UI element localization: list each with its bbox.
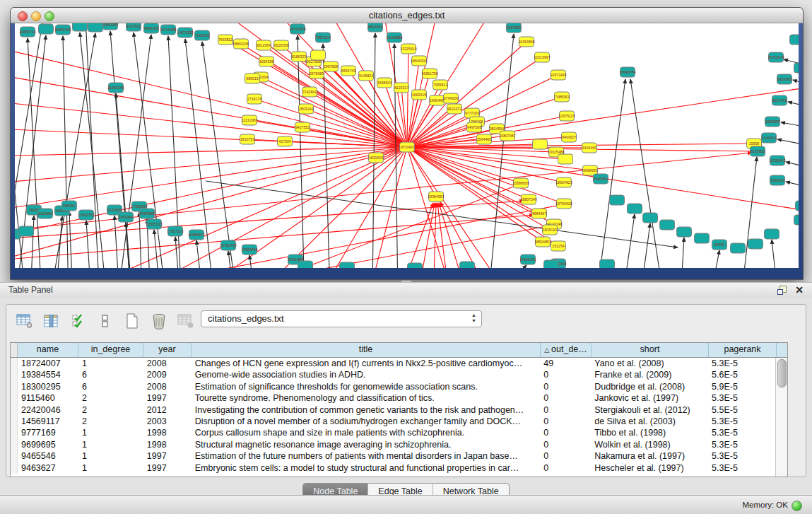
graph-node[interactable]: 1640954 (594, 174, 608, 184)
graph-node[interactable]: 16154808 (518, 37, 534, 47)
graph-node[interactable]: 8215955 (751, 146, 765, 156)
column-header-name[interactable]: name (18, 343, 78, 357)
graph-node[interactable] (340, 262, 355, 268)
graph-edge[interactable] (640, 223, 650, 268)
table-row[interactable]: 946362711997Embryonic stem cells: a mode… (11, 462, 776, 474)
graph-node[interactable]: 14671355 (177, 28, 193, 37)
graph-node[interactable] (796, 201, 799, 211)
graph-edge[interactable] (777, 139, 799, 148)
table-row[interactable]: 1872400712008Changes of HCN gene express… (11, 358, 776, 369)
row-height-icon[interactable] (94, 310, 117, 332)
graph-node[interactable]: 7857224 (316, 33, 331, 42)
graph-node[interactable]: 9397588 (140, 209, 155, 218)
graph-edge[interactable] (298, 35, 305, 268)
graph-node[interactable] (794, 215, 799, 225)
table-options-icon[interactable] (13, 310, 36, 332)
column-header-pagerank[interactable]: pagerank (709, 343, 777, 357)
table-row[interactable]: 1938455462009Genome-wide association stu… (11, 369, 776, 380)
graph-node[interactable]: 1810753 (240, 134, 255, 144)
graph-node[interactable]: 1872400 (400, 142, 415, 152)
graph-node[interactable]: 7515526 (195, 30, 210, 40)
graph-node[interactable] (19, 226, 34, 236)
graph-edge[interactable] (154, 230, 160, 268)
graph-node[interactable] (790, 35, 799, 45)
select-rows-icon[interactable] (67, 310, 90, 332)
create-table-icon[interactable] (121, 310, 143, 332)
graph-node[interactable] (298, 261, 313, 268)
graph-edge[interactable] (114, 216, 119, 268)
close-panel-icon[interactable]: ✕ (795, 284, 804, 296)
graph-node[interactable]: 9427552 (295, 122, 310, 132)
graph-node[interactable] (600, 259, 615, 268)
table-row[interactable]: 977716911998Corpus callosum shape and si… (11, 427, 776, 438)
graph-node[interactable]: 16782759 (220, 240, 236, 250)
float-panel-icon[interactable] (777, 286, 787, 295)
graph-node[interactable]: 1527602 (126, 23, 141, 31)
graph-edge[interactable] (255, 147, 407, 268)
graph-node[interactable]: 14196141 (519, 255, 536, 264)
memory-status-indicator[interactable] (792, 501, 802, 511)
graph-node[interactable]: 989013 (245, 74, 260, 83)
graph-node[interactable]: 1209387 (765, 117, 780, 127)
graph-node[interactable]: 16210643 (769, 156, 785, 165)
graph-node[interactable]: 24055724 (19, 27, 35, 37)
graph-edge[interactable] (439, 203, 469, 268)
graph-edge[interactable] (118, 35, 151, 268)
graph-node[interactable]: 9227349 (772, 95, 787, 105)
graph-node[interactable]: 19654923 (555, 177, 572, 187)
graph-node[interactable]: 1662615 (412, 90, 427, 100)
graph-node[interactable]: 10719185 (160, 25, 176, 35)
graph-node[interactable]: 16648784 (619, 67, 635, 77)
graph-node[interactable]: 2967608 (324, 62, 339, 71)
graph-node[interactable]: 2120650 (38, 209, 53, 218)
graph-node[interactable]: 17957223 (167, 226, 183, 236)
column-header-year[interactable]: year (143, 343, 192, 357)
graph-edge[interactable] (437, 203, 450, 268)
column-header-short[interactable]: short (592, 343, 709, 357)
graph-edge[interactable] (134, 33, 165, 268)
graph-node[interactable] (544, 260, 559, 268)
graph-node[interactable] (643, 213, 658, 223)
graph-node[interactable]: 12975115 (559, 111, 575, 121)
graph-node[interactable]: 6497568 (467, 122, 482, 132)
delete-table-icon[interactable] (148, 310, 170, 332)
graph-node[interactable]: 1451944 (119, 212, 134, 222)
graph-node[interactable]: 252254 (551, 241, 566, 251)
graph-node[interactable] (88, 23, 103, 32)
graph-edge[interactable] (710, 250, 719, 268)
graph-node[interactable]: 18807249 (520, 194, 536, 204)
graph-edge[interactable] (788, 102, 799, 110)
graph-node[interactable]: 9146821 (359, 71, 374, 81)
graph-node[interactable] (533, 139, 548, 149)
graph-node[interactable]: 2564486 (477, 134, 492, 144)
graph-node[interactable] (408, 263, 423, 268)
graph-edge[interactable] (252, 78, 407, 147)
graph-edge[interactable] (786, 182, 799, 190)
graph-node[interactable]: 1568520 (377, 78, 392, 88)
graph-edge[interactable] (213, 184, 521, 268)
graph-node[interactable]: 7242843 (302, 87, 317, 97)
graph-edge[interactable] (407, 147, 521, 183)
graph-node[interactable]: 9860128 (234, 39, 249, 49)
graph-node[interactable] (794, 63, 799, 73)
graph-node[interactable]: 9463627 (562, 132, 577, 142)
graph-edge[interactable] (681, 238, 684, 268)
column-header-out-de-[interactable]: △out_de… (541, 343, 592, 357)
graph-node[interactable]: 10688609 (512, 178, 529, 188)
graph-node[interactable]: 1569291 (770, 175, 785, 185)
table-row[interactable]: 946554611997Estimation of the future num… (11, 450, 776, 462)
table-row[interactable]: 969969511998Structural magnetic resonanc… (11, 439, 776, 450)
graph-node[interactable]: 9115460 (582, 143, 597, 153)
network-canvas[interactable]: 2405572420691406106532871527602846616010… (15, 23, 799, 268)
graph-node[interactable] (311, 50, 326, 60)
graph-node[interactable]: 21053346 (107, 83, 124, 93)
graph-node[interactable]: 585051 (62, 201, 77, 211)
graph-node[interactable] (460, 262, 475, 268)
graph-node[interactable]: 9684067 (532, 209, 547, 218)
graph-node[interactable]: 1654338 (259, 57, 274, 66)
scrollbar-thumb[interactable] (777, 359, 787, 387)
graph-edge[interactable] (407, 23, 495, 147)
graph-node[interactable]: 1244415 (762, 133, 777, 143)
graph-node[interactable]: 1830029 (369, 153, 384, 163)
graph-node[interactable]: 12213383 (241, 115, 257, 125)
